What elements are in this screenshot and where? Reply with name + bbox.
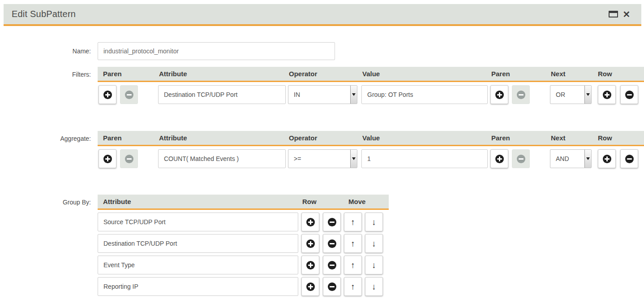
filter-remove-paren-button xyxy=(120,85,138,104)
filter-open-paren-button[interactable] xyxy=(99,85,116,104)
filters-header: Paren Attribute Operator Value Paren Nex… xyxy=(98,67,644,82)
maximize-button[interactable] xyxy=(606,8,620,21)
col-row: Row xyxy=(302,198,317,205)
minus-circle-icon xyxy=(328,282,336,291)
col-next: Next xyxy=(551,134,566,142)
group-by-move-up-button[interactable]: ↑ xyxy=(344,213,362,231)
group-by-move-up-button[interactable]: ↑ xyxy=(344,256,362,274)
col-operator: Operator xyxy=(289,134,317,142)
aggregate-open-paren-button[interactable] xyxy=(99,149,116,168)
group-by-row: ↑ ↓ xyxy=(98,277,641,296)
group-by-attribute-input[interactable] xyxy=(98,256,298,274)
filter-add-row-button[interactable] xyxy=(598,85,616,104)
plus-circle-icon xyxy=(495,155,504,163)
group-by-attribute-input[interactable] xyxy=(98,277,298,296)
group-by-section: Group By: Attribute Row Move ↑ ↓ xyxy=(4,195,641,296)
filter-attribute-input[interactable] xyxy=(158,85,286,104)
filter-delete-row-button[interactable] xyxy=(620,85,638,104)
col-paren: Paren xyxy=(103,134,122,142)
minus-circle-icon xyxy=(625,155,634,163)
filter-value-input[interactable] xyxy=(361,85,488,104)
arrow-down-icon: ↓ xyxy=(372,282,376,291)
arrow-down-icon: ↓ xyxy=(372,261,376,269)
aggregate-add-row-button[interactable] xyxy=(598,149,616,168)
dialog-title: Edit SubPattern xyxy=(12,9,76,19)
arrow-up-icon: ↑ xyxy=(351,218,355,226)
name-input[interactable] xyxy=(98,42,335,60)
group-by-label: Group By: xyxy=(4,195,91,296)
group-by-add-row-button[interactable] xyxy=(301,256,319,274)
group-by-row: ↑ ↓ xyxy=(98,256,641,274)
aggregate-operator-value: >= xyxy=(288,150,350,168)
aggregate-next-select[interactable]: AND xyxy=(550,149,592,168)
close-icon: ✕ xyxy=(623,10,631,19)
group-by-attribute-input[interactable] xyxy=(98,213,298,231)
aggregate-close-paren-button[interactable] xyxy=(490,149,508,168)
group-by-add-row-button[interactable] xyxy=(301,213,319,231)
chevron-down-icon xyxy=(586,157,590,160)
arrow-up-icon: ↑ xyxy=(351,282,355,291)
filter-operator-select[interactable]: IN xyxy=(288,85,357,104)
col-operator: Operator xyxy=(289,70,317,78)
dropdown-button[interactable] xyxy=(584,150,591,168)
group-by-delete-row-button[interactable] xyxy=(323,256,341,274)
dropdown-button[interactable] xyxy=(350,150,357,168)
minus-circle-icon xyxy=(125,155,133,163)
filters-label: Filters: xyxy=(4,67,91,104)
aggregate-attribute-input[interactable] xyxy=(158,149,286,168)
chevron-down-icon xyxy=(352,93,356,96)
minus-circle-icon xyxy=(328,218,336,226)
group-by-move-up-button[interactable]: ↑ xyxy=(344,277,362,296)
aggregate-value-input[interactable] xyxy=(361,149,488,168)
group-by-add-row-button[interactable] xyxy=(301,234,319,253)
group-by-move-down-button[interactable]: ↓ xyxy=(365,256,383,274)
group-by-delete-row-button[interactable] xyxy=(323,277,341,296)
filter-next-select[interactable]: OR xyxy=(550,85,592,104)
plus-circle-icon xyxy=(603,91,611,99)
col-value: Value xyxy=(362,70,380,78)
group-by-delete-row-button[interactable] xyxy=(323,234,341,253)
aggregate-operator-select[interactable]: >= xyxy=(288,149,357,168)
dropdown-button[interactable] xyxy=(584,86,591,104)
dropdown-button[interactable] xyxy=(350,86,357,104)
group-by-attribute-input[interactable] xyxy=(98,234,298,253)
group-by-row: ↑ ↓ xyxy=(98,234,641,253)
col-attribute: Attribute xyxy=(159,134,187,142)
filter-close-paren-button[interactable] xyxy=(490,85,508,104)
plus-circle-icon xyxy=(103,91,112,99)
group-by-row: ↑ ↓ xyxy=(98,213,641,231)
minus-circle-icon xyxy=(517,91,525,99)
aggregate-next-value: AND xyxy=(550,150,584,168)
aggregate-delete-row-button[interactable] xyxy=(620,149,638,168)
filter-remove-close-paren-button xyxy=(512,85,530,104)
col-paren: Paren xyxy=(103,70,122,78)
name-row: Name: xyxy=(4,42,641,60)
group-by-move-down-button[interactable]: ↓ xyxy=(365,277,383,296)
plus-circle-icon xyxy=(306,218,315,226)
col-row: Row xyxy=(598,134,612,142)
aggregate-header: Paren Attribute Operator Value Paren Nex… xyxy=(98,131,644,146)
chevron-down-icon xyxy=(352,157,356,160)
close-button[interactable]: ✕ xyxy=(620,8,633,21)
arrow-up-icon: ↑ xyxy=(351,261,355,269)
plus-circle-icon xyxy=(306,239,315,248)
aggregate-row: >= AND xyxy=(98,149,644,168)
plus-circle-icon xyxy=(306,261,315,269)
window-maximize-icon xyxy=(609,11,618,17)
col-paren-2: Paren xyxy=(491,70,510,78)
filter-operator-value: IN xyxy=(288,86,350,104)
minus-circle-icon xyxy=(328,239,336,248)
col-paren-2: Paren xyxy=(491,134,510,142)
filters-section: Filters: Paren Attribute Operator Value … xyxy=(4,67,641,104)
minus-circle-icon xyxy=(517,155,525,163)
group-by-move-up-button[interactable]: ↑ xyxy=(344,234,362,253)
aggregate-remove-paren-button xyxy=(120,149,138,168)
group-by-delete-row-button[interactable] xyxy=(323,213,341,231)
dialog-titlebar: Edit SubPattern ✕ xyxy=(4,4,641,26)
arrow-down-icon: ↓ xyxy=(372,218,376,226)
group-by-add-row-button[interactable] xyxy=(301,277,319,296)
name-label: Name: xyxy=(4,48,91,55)
group-by-move-down-button[interactable]: ↓ xyxy=(365,234,383,253)
edit-subpattern-dialog: Edit SubPattern ✕ Name: Filters: Paren A… xyxy=(4,4,641,296)
group-by-move-down-button[interactable]: ↓ xyxy=(365,213,383,231)
